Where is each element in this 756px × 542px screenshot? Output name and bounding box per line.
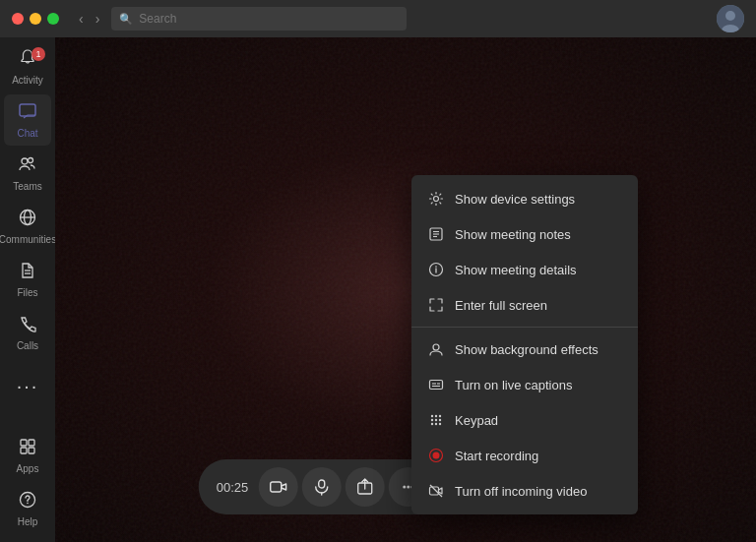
incoming-video-label: Turn off incoming video bbox=[455, 484, 622, 499]
sidebar-bottom: Apps Help bbox=[4, 430, 51, 542]
svg-point-40 bbox=[433, 452, 440, 459]
svg-point-17 bbox=[434, 197, 439, 202]
call-timer: 00:25 bbox=[211, 480, 255, 495]
keypad-label: Keypad bbox=[455, 413, 622, 428]
meeting-details-label: Show meeting details bbox=[455, 263, 622, 277]
full-screen-icon bbox=[427, 296, 445, 314]
svg-rect-3 bbox=[20, 104, 35, 116]
svg-rect-12 bbox=[29, 440, 34, 446]
forward-button[interactable]: › bbox=[92, 9, 104, 29]
close-button[interactable] bbox=[12, 13, 24, 25]
search-input[interactable] bbox=[139, 12, 399, 26]
menu-item-keypad[interactable]: Keypad bbox=[411, 402, 638, 438]
svg-point-5 bbox=[29, 158, 33, 163]
sidebar-item-files-label: Files bbox=[17, 287, 37, 298]
svg-rect-13 bbox=[21, 448, 27, 453]
svg-point-16 bbox=[27, 503, 29, 505]
svg-point-35 bbox=[439, 419, 441, 421]
sidebar-item-files[interactable]: Files bbox=[4, 254, 51, 305]
sidebar-item-apps-label: Apps bbox=[17, 463, 39, 474]
live-captions-label: Turn on live captions bbox=[455, 378, 622, 392]
video-area: Show device settings Show meeting notes bbox=[55, 37, 756, 542]
search-bar[interactable]: 🔍 bbox=[111, 7, 407, 30]
svg-point-1 bbox=[725, 11, 735, 21]
menu-item-device-settings[interactable]: Show device settings bbox=[411, 181, 638, 216]
sidebar-item-activity-label: Activity bbox=[12, 75, 43, 86]
menu-item-start-recording[interactable]: Start recording bbox=[411, 438, 638, 473]
incoming-video-icon bbox=[427, 482, 445, 500]
svg-point-33 bbox=[431, 419, 433, 421]
svg-rect-26 bbox=[430, 381, 443, 390]
user-avatar[interactable] bbox=[717, 5, 744, 32]
teams-icon bbox=[18, 154, 37, 179]
live-captions-icon bbox=[427, 376, 445, 393]
svg-point-31 bbox=[435, 415, 437, 417]
nav-arrows: ‹ › bbox=[75, 9, 103, 29]
chat-icon bbox=[18, 101, 37, 126]
background-effects-label: Show background effects bbox=[455, 342, 622, 357]
calls-icon bbox=[18, 314, 37, 338]
minimize-button[interactable] bbox=[30, 13, 41, 25]
sidebar-item-help-label: Help bbox=[18, 516, 38, 527]
back-button[interactable]: ‹ bbox=[75, 9, 88, 29]
traffic-lights bbox=[12, 13, 59, 25]
menu-divider bbox=[411, 327, 638, 328]
meeting-notes-icon bbox=[427, 225, 445, 243]
sidebar-item-chat[interactable]: Chat bbox=[4, 94, 51, 146]
svg-point-38 bbox=[439, 423, 441, 425]
titlebar: ‹ › 🔍 bbox=[0, 0, 756, 37]
sidebar-item-apps[interactable]: Apps bbox=[4, 430, 51, 481]
sidebar-item-teams-label: Teams bbox=[13, 181, 41, 192]
camera-button[interactable] bbox=[258, 467, 297, 507]
main-layout: 1 Activity Chat Teams bbox=[0, 37, 756, 542]
help-icon bbox=[18, 490, 37, 514]
start-recording-icon bbox=[427, 447, 445, 464]
communities-icon bbox=[18, 208, 37, 232]
svg-point-37 bbox=[435, 423, 437, 425]
device-settings-label: Show device settings bbox=[455, 192, 622, 207]
menu-item-meeting-notes[interactable]: Show meeting notes bbox=[411, 216, 638, 252]
sidebar-item-chat-label: Chat bbox=[17, 128, 37, 139]
svg-point-32 bbox=[439, 415, 441, 417]
menu-item-live-captions[interactable]: Turn on live captions bbox=[411, 367, 638, 402]
meeting-notes-label: Show meeting notes bbox=[455, 227, 622, 242]
sidebar-item-help[interactable]: Help bbox=[4, 483, 51, 534]
maximize-button[interactable] bbox=[47, 13, 59, 25]
menu-item-meeting-details[interactable]: Show meeting details bbox=[411, 252, 638, 287]
svg-point-24 bbox=[435, 266, 437, 268]
share-button[interactable] bbox=[345, 467, 384, 507]
sidebar-item-communities-label: Communities bbox=[0, 234, 56, 245]
sidebar: 1 Activity Chat Teams bbox=[0, 37, 55, 542]
sidebar-item-more[interactable]: ··· bbox=[4, 360, 51, 411]
files-icon bbox=[18, 261, 37, 285]
sidebar-item-calls-label: Calls bbox=[17, 340, 38, 351]
svg-point-36 bbox=[431, 423, 433, 425]
device-settings-icon bbox=[427, 190, 445, 208]
sidebar-item-teams[interactable]: Teams bbox=[4, 148, 51, 199]
background-effects-icon bbox=[427, 340, 445, 358]
apps-icon bbox=[18, 437, 37, 461]
menu-item-incoming-video[interactable]: Turn off incoming video bbox=[411, 473, 638, 509]
svg-point-4 bbox=[22, 158, 28, 164]
context-menu: Show device settings Show meeting notes bbox=[411, 175, 638, 514]
menu-item-background-effects[interactable]: Show background effects bbox=[411, 331, 638, 367]
menu-item-full-screen[interactable]: Enter full screen bbox=[411, 287, 638, 323]
svg-rect-14 bbox=[29, 448, 34, 453]
sidebar-item-calls[interactable]: Calls bbox=[4, 307, 51, 358]
svg-rect-11 bbox=[21, 440, 27, 446]
more-icon: ··· bbox=[17, 375, 39, 397]
svg-point-25 bbox=[433, 344, 439, 350]
start-recording-label: Start recording bbox=[455, 449, 622, 463]
microphone-button[interactable] bbox=[301, 467, 341, 507]
svg-point-34 bbox=[435, 419, 437, 421]
svg-rect-44 bbox=[318, 480, 324, 488]
search-icon: 🔍 bbox=[119, 13, 133, 26]
svg-point-48 bbox=[407, 486, 410, 489]
sidebar-item-activity[interactable]: 1 Activity bbox=[4, 41, 51, 92]
svg-point-47 bbox=[403, 486, 406, 489]
activity-badge: 1 bbox=[32, 47, 45, 61]
full-screen-label: Enter full screen bbox=[455, 298, 622, 313]
sidebar-item-communities[interactable]: Communities bbox=[4, 201, 51, 252]
keypad-icon bbox=[427, 411, 445, 429]
svg-rect-43 bbox=[270, 482, 281, 492]
